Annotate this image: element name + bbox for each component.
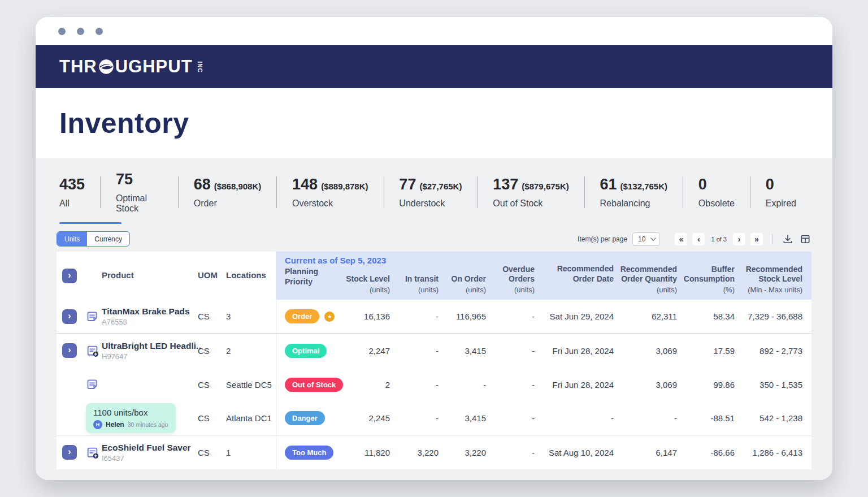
inventory-stats-bar: 435 All 75 Optimal Stock 68 ($868,908K) … [57, 158, 811, 226]
rec-stock-level-cell: 7,329 - 36,688 [735, 312, 811, 321]
page-title: Inventory [59, 107, 189, 140]
title-band: Inventory [36, 88, 832, 158]
logo-text-prefix: THR [59, 57, 97, 77]
product-cell[interactable]: UltraBright LED Headli.. H97647 [102, 341, 198, 361]
uom-cell: CS [198, 448, 226, 457]
product-name: TitanMax Brake Pads [102, 306, 198, 317]
col-rec-stock-level[interactable]: Recommended Stock Level (Min - Max units… [735, 252, 811, 300]
stat-all[interactable]: 435 All [57, 176, 100, 209]
stock-level-cell: 2 [342, 380, 390, 390]
comment-bubble[interactable]: 1100 units/box H Helen 30 minutes ago [86, 403, 176, 433]
status-badge[interactable]: Danger [285, 411, 325, 425]
in-transit-cell: - [390, 413, 439, 423]
row-expand-button[interactable]: › [62, 445, 77, 460]
rec-order-date-cell: Fri Jun 28, 2024 [535, 380, 614, 390]
note-add-icon[interactable] [83, 446, 102, 460]
col-locations[interactable]: Locations [226, 252, 276, 300]
status-badge[interactable]: Optimal [285, 344, 327, 358]
col-label: Buffer Consumption [677, 265, 735, 284]
stat-overstock[interactable]: 148 ($889,878K) Overstock [277, 176, 383, 209]
page-size-value: 10 [638, 235, 645, 243]
expand-all-button[interactable]: › [62, 269, 77, 283]
logo-text-suffix: UGHPUT [115, 57, 193, 77]
next-page-button[interactable]: › [733, 233, 745, 245]
toggle-units[interactable]: Units [57, 232, 87, 246]
product-cell[interactable]: TitanMax Brake Pads A76558 [102, 306, 198, 326]
on-order-cell: 3,415 [439, 346, 486, 356]
download-icon[interactable] [782, 233, 794, 245]
col-unit: (units) [342, 286, 390, 295]
stat-label: Obsolete [698, 198, 735, 209]
first-page-button[interactable]: « [675, 233, 687, 245]
col-rec-order-date[interactable]: Recommended Order Date [535, 252, 614, 300]
col-stock-level[interactable]: Stock Level (units) [342, 252, 390, 300]
col-label: Overdue Orders [486, 265, 535, 284]
stat-order[interactable]: 68 ($868,908K) Order [179, 176, 276, 209]
rec-order-date-cell: Fri Jun 28, 2024 [535, 346, 614, 356]
stat-optimal-stock[interactable]: 75 Optimal Stock [101, 171, 178, 214]
window-dot-icon[interactable] [96, 28, 103, 35]
last-page-button[interactable]: » [750, 233, 763, 245]
stat-value: 0 [766, 176, 774, 193]
col-in-transit[interactable]: In transit (units) [390, 252, 439, 300]
planning-priority-cell: Danger [276, 411, 342, 425]
logo-globe-icon [98, 58, 115, 75]
stat-label: All [59, 198, 85, 209]
window-dot-icon[interactable] [77, 28, 84, 35]
stat-rebalancing[interactable]: 61 ($132,765K) Rebalancing [585, 176, 683, 209]
stock-level-cell: 2,245 [342, 413, 390, 423]
rec-stock-level-cell: 350 - 1,535 [735, 380, 811, 390]
stat-currency-value: ($879,675K) [522, 181, 568, 191]
window-dot-icon[interactable] [58, 28, 66, 35]
col-unit: (units) [486, 286, 535, 295]
planning-priority-cell: Optimal [276, 344, 342, 358]
stat-value: 0 [698, 176, 707, 193]
overdue-orders-cell: - [486, 448, 535, 457]
table-row: › TitanMax Brake Pads A76558 CS 3 [57, 300, 811, 334]
stat-value: 137 [493, 176, 518, 193]
page-info: 1 of 3 [711, 236, 727, 243]
brand-bar: THR UGHPUT INC [36, 45, 832, 88]
row-expand-button[interactable]: › [62, 343, 77, 358]
col-product[interactable]: Product [102, 252, 198, 300]
stat-label: Overstock [292, 198, 368, 209]
window-titlebar [36, 17, 832, 45]
col-buffer-consumption[interactable]: Buffer Consumption (%) [677, 252, 735, 300]
row-expand-button[interactable]: › [62, 309, 77, 324]
stat-obsolete[interactable]: 0 Obsolete [683, 176, 750, 209]
app-window: THR UGHPUT INC Inventory 435 All 75 Opti… [36, 17, 832, 480]
on-order-cell: 116,965 [439, 312, 486, 321]
note-icon[interactable] [83, 310, 102, 323]
status-badge[interactable]: Out of Stock [285, 378, 343, 392]
page-size-select[interactable]: 10 [632, 232, 660, 246]
stat-understock[interactable]: 77 ($27,765K) Understock [384, 176, 477, 209]
col-planning-priority[interactable]: Planning Priority [276, 252, 342, 300]
star-badge-icon[interactable]: ★ [324, 312, 335, 322]
prev-page-button[interactable]: ‹ [692, 233, 705, 245]
col-label: Stock Level [342, 274, 390, 284]
col-uom[interactable]: UOM [198, 252, 226, 300]
rec-order-date-cell: Sat Aug 10, 2024 [535, 448, 614, 457]
status-badge[interactable]: Order [285, 309, 319, 323]
comment-author: Helen [106, 421, 124, 429]
product-cell[interactable]: EcoShield Fuel Saver I65437 [102, 443, 198, 463]
buffer-consumption-cell: -86.66 [677, 448, 735, 457]
col-overdue-orders[interactable]: Overdue Orders (units) [486, 252, 535, 300]
stat-out-of-stock[interactable]: 137 ($879,675K) Out of Stock [478, 176, 584, 209]
in-transit-cell: - [390, 346, 439, 356]
rec-stock-level-cell: 892 - 2,773 [735, 346, 811, 356]
col-on-order[interactable]: On Order (units) [439, 252, 486, 300]
stat-expired[interactable]: 0 Expired [750, 176, 811, 209]
note-add-icon[interactable] [83, 344, 102, 358]
note-icon[interactable] [83, 378, 102, 391]
in-transit-cell: - [390, 312, 439, 321]
col-rec-order-qty[interactable]: Recommended Order Quantity (units) [614, 252, 677, 300]
planning-priority-cell: Too Much [276, 446, 342, 460]
toggle-currency[interactable]: Currency [87, 232, 129, 246]
planning-priority-cell: Out of Stock [276, 378, 342, 392]
uom-cell: CS [198, 346, 226, 356]
stat-label: Understock [399, 198, 462, 209]
product-name: EcoShield Fuel Saver [102, 443, 198, 453]
status-badge[interactable]: Too Much [285, 446, 333, 460]
table-view-icon[interactable] [799, 233, 811, 245]
